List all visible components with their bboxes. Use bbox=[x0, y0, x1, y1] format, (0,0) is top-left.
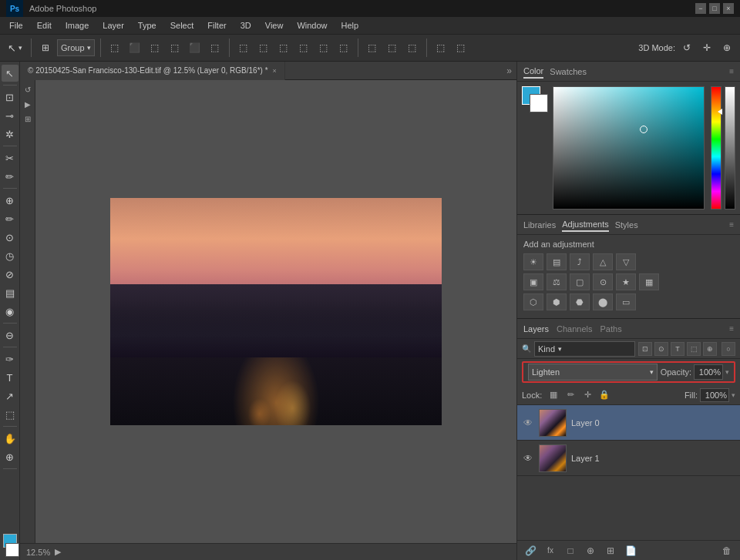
tool-shape[interactable]: ⬚ bbox=[2, 406, 18, 423]
document-tab[interactable]: © 20150425-San Francisco-130-Edit.tif @ … bbox=[20, 62, 285, 80]
canvas-btn2[interactable]: ⬚ bbox=[452, 39, 469, 56]
pixel-icon[interactable]: ⬚ bbox=[404, 39, 421, 56]
adj-brightness-icon[interactable]: ☀ bbox=[523, 253, 543, 270]
tool-eraser[interactable]: ⊘ bbox=[2, 266, 18, 283]
layer-visibility-icon[interactable]: 👁 bbox=[522, 452, 534, 464]
lock-position-icon[interactable]: ✛ bbox=[580, 388, 594, 402]
align-bottom-icon[interactable]: ⬚ bbox=[207, 39, 224, 56]
tab-paths[interactable]: Paths bbox=[600, 324, 622, 334]
adj-vibrance-icon[interactable]: ▽ bbox=[616, 253, 636, 270]
3d-rotate-icon[interactable]: ↺ bbox=[678, 39, 695, 56]
add-mask-btn[interactable]: □ bbox=[562, 543, 579, 558]
distribute-top-icon[interactable]: ⬚ bbox=[295, 39, 312, 56]
tool-healing[interactable]: ⊕ bbox=[2, 192, 18, 209]
more-options-icon[interactable]: ⬚ bbox=[364, 39, 381, 56]
layer-visibility-icon[interactable]: 👁 bbox=[522, 417, 534, 429]
title-bar-controls[interactable]: − □ × bbox=[695, 3, 734, 14]
lock-pixels-icon[interactable]: ✏ bbox=[563, 388, 577, 402]
tab-swatches[interactable]: Swatches bbox=[550, 65, 587, 78]
tool-crop[interactable]: ✂ bbox=[2, 149, 18, 166]
move-tool-option[interactable]: ↖ ▾ bbox=[5, 41, 25, 55]
canvas-btn1[interactable]: ⬚ bbox=[432, 39, 449, 56]
layers-kind-dropdown[interactable]: Kind ▾ bbox=[534, 341, 635, 357]
group-dropdown[interactable]: Group ▾ bbox=[57, 39, 95, 56]
menu-help[interactable]: Help bbox=[335, 19, 365, 32]
close-button[interactable]: × bbox=[723, 3, 734, 14]
menu-layer[interactable]: Layer bbox=[96, 19, 130, 32]
adj-bw-icon[interactable]: ▢ bbox=[570, 273, 590, 290]
adj-gradientmap-icon[interactable]: ⬤ bbox=[593, 293, 613, 310]
fill-dropdown-arrow[interactable]: ▾ bbox=[732, 391, 735, 399]
adj-photofilter-icon[interactable]: ⊙ bbox=[593, 273, 613, 290]
maximize-button[interactable]: □ bbox=[709, 3, 720, 14]
menu-3d[interactable]: 3D bbox=[234, 19, 257, 32]
tool-lasso[interactable]: ⊸ bbox=[2, 107, 18, 124]
adj-channelmixer-icon[interactable]: ★ bbox=[616, 273, 636, 290]
tool-dodge[interactable]: ⊖ bbox=[2, 327, 18, 344]
tool-history[interactable]: ◷ bbox=[2, 247, 18, 264]
adj-threshold-icon[interactable]: ⬣ bbox=[570, 293, 590, 310]
adj-panel-menu[interactable]: ≡ bbox=[729, 220, 734, 229]
fx-btn[interactable]: fx bbox=[542, 543, 559, 558]
transform-icon[interactable]: ⬚ bbox=[384, 39, 401, 56]
opacity-dropdown-arrow[interactable]: ▾ bbox=[725, 368, 729, 376]
distribute-left-icon[interactable]: ⬚ bbox=[235, 39, 252, 56]
tool-zoom[interactable]: ⊕ bbox=[2, 448, 18, 465]
adj-colorbalance-icon[interactable]: ⚖ bbox=[547, 273, 567, 290]
layers-panel-menu[interactable]: ≡ bbox=[729, 324, 734, 333]
background-color[interactable] bbox=[5, 543, 19, 557]
adj-posterize-icon[interactable]: ⬢ bbox=[547, 293, 567, 310]
tool-move[interactable]: ↖ bbox=[2, 65, 18, 82]
value-slider[interactable] bbox=[725, 86, 735, 210]
background-color-swatch[interactable] bbox=[530, 94, 548, 112]
filter-adj-icon[interactable]: ⊙ bbox=[654, 342, 668, 356]
filter-toggle[interactable]: ○ bbox=[722, 342, 735, 356]
menu-image[interactable]: Image bbox=[59, 19, 96, 32]
tool-blur[interactable]: ◉ bbox=[2, 303, 18, 320]
color-gradient-field[interactable] bbox=[553, 86, 705, 210]
menu-select[interactable]: Select bbox=[164, 19, 200, 32]
blend-mode-dropdown[interactable]: Lighten ▾ bbox=[528, 364, 658, 381]
menu-type[interactable]: Type bbox=[132, 19, 163, 32]
zoom-in-btn[interactable]: ▶ bbox=[22, 98, 34, 110]
adj-levels-icon[interactable]: ▤ bbox=[547, 253, 567, 270]
opacity-input[interactable] bbox=[694, 364, 723, 380]
menu-file[interactable]: File bbox=[3, 19, 29, 32]
distribute-right-icon[interactable]: ⬚ bbox=[275, 39, 292, 56]
tab-color[interactable]: Color bbox=[523, 65, 543, 79]
link-layers-btn[interactable]: 🔗 bbox=[522, 543, 539, 558]
adj-invert-icon[interactable]: ⬡ bbox=[523, 293, 543, 310]
menu-edit[interactable]: Edit bbox=[31, 19, 58, 32]
tool-hand[interactable]: ✋ bbox=[2, 430, 18, 447]
hue-slider[interactable] bbox=[711, 86, 722, 210]
adj-exposure-icon[interactable]: △ bbox=[593, 253, 613, 270]
tool-wand[interactable]: ✲ bbox=[2, 126, 18, 143]
tab-layers[interactable]: Layers bbox=[523, 324, 549, 334]
layer-item[interactable]: 👁 Layer 1 bbox=[517, 441, 740, 476]
tab-close-button[interactable]: × bbox=[273, 67, 277, 75]
lock-transparent-icon[interactable]: ▦ bbox=[547, 388, 560, 402]
menu-filter[interactable]: Filter bbox=[201, 19, 232, 32]
filter-pixel-icon[interactable]: ⊡ bbox=[638, 342, 652, 356]
tab-channels[interactable]: Channels bbox=[557, 324, 592, 334]
menu-view[interactable]: View bbox=[259, 19, 290, 32]
align-center-v-icon[interactable]: ⬛ bbox=[126, 39, 143, 56]
3d-pan-icon[interactable]: ✛ bbox=[698, 39, 715, 56]
rotate-view-btn[interactable]: ↺ bbox=[22, 83, 34, 96]
layer-item[interactable]: 👁 Layer 0 bbox=[517, 405, 740, 441]
adj-colrlookup-icon[interactable]: ▦ bbox=[639, 273, 659, 290]
distribute-center-h-icon[interactable]: ⬚ bbox=[315, 39, 332, 56]
color-picker-circle[interactable] bbox=[640, 126, 648, 133]
align-center-h-icon[interactable]: ⬛ bbox=[187, 39, 204, 56]
align-right-icon[interactable]: ⬚ bbox=[146, 39, 163, 56]
filter-shape-icon[interactable]: ⬚ bbox=[687, 342, 701, 356]
tab-libraries[interactable]: Libraries bbox=[523, 219, 556, 231]
3d-zoom-icon[interactable]: ⊕ bbox=[718, 39, 735, 56]
new-adjustment-btn[interactable]: ⊕ bbox=[582, 543, 599, 558]
tab-styles[interactable]: Styles bbox=[615, 219, 638, 231]
status-arrow[interactable]: ▶ bbox=[55, 547, 61, 557]
tool-pen[interactable]: ✑ bbox=[2, 350, 18, 367]
adj-selective-icon[interactable]: ▭ bbox=[616, 293, 636, 310]
align-left-icon[interactable]: ⬚ bbox=[106, 39, 123, 56]
layers-icon-btn[interactable]: ⊞ bbox=[37, 39, 54, 56]
